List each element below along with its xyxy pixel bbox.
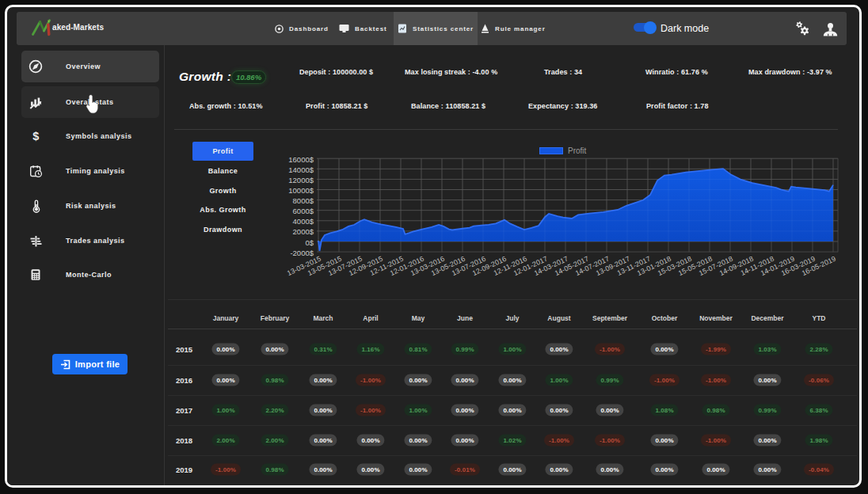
svg-text:$: $: [32, 130, 39, 142]
